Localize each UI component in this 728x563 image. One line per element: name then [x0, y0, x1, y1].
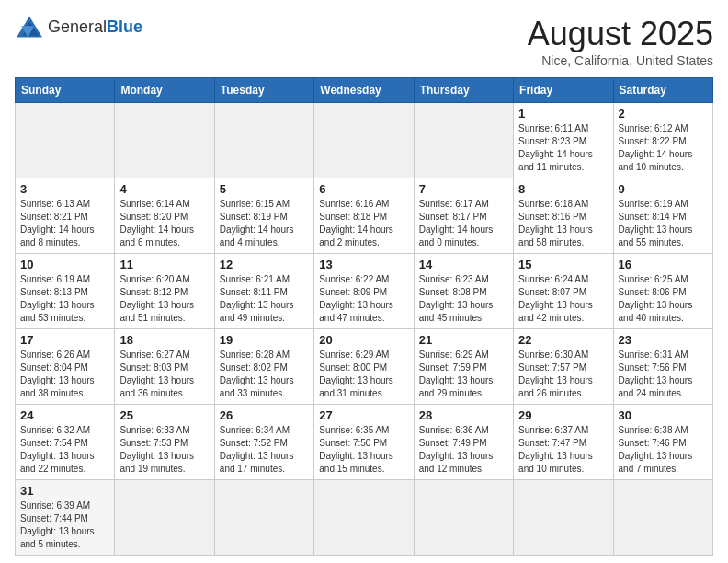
day-info: Sunrise: 6:30 AM Sunset: 7:57 PM Dayligh… [518, 349, 608, 400]
day-number: 8 [518, 182, 608, 196]
day-number: 30 [619, 408, 708, 422]
day-header-sunday: Sunday [16, 78, 115, 103]
day-header-thursday: Thursday [414, 78, 513, 103]
day-number: 5 [220, 182, 309, 196]
calendar-cell [115, 480, 214, 556]
day-info: Sunrise: 6:18 AM Sunset: 8:16 PM Dayligh… [518, 198, 608, 249]
day-number: 6 [319, 182, 408, 196]
calendar-cell [314, 480, 414, 556]
day-info: Sunrise: 6:29 AM Sunset: 7:59 PM Dayligh… [419, 349, 508, 400]
calendar-cell: 13Sunrise: 6:22 AM Sunset: 8:09 PM Dayli… [314, 254, 414, 329]
day-info: Sunrise: 6:14 AM Sunset: 8:20 PM Dayligh… [119, 198, 209, 249]
calendar-cell: 27Sunrise: 6:35 AM Sunset: 7:50 PM Dayli… [314, 405, 414, 480]
calendar-cell [414, 103, 513, 178]
day-info: Sunrise: 6:19 AM Sunset: 8:14 PM Dayligh… [619, 198, 708, 249]
day-info: Sunrise: 6:27 AM Sunset: 8:03 PM Dayligh… [119, 349, 209, 400]
week-row-2: 3Sunrise: 6:13 AM Sunset: 8:21 PM Daylig… [16, 178, 713, 254]
day-info: Sunrise: 6:17 AM Sunset: 8:17 PM Dayligh… [419, 198, 508, 249]
logo-text: GeneralBlue [48, 18, 142, 37]
day-info: Sunrise: 6:25 AM Sunset: 8:06 PM Dayligh… [619, 273, 708, 325]
day-number: 15 [518, 258, 608, 271]
day-info: Sunrise: 6:12 AM Sunset: 8:22 PM Dayligh… [619, 122, 708, 174]
week-row-4: 17Sunrise: 6:26 AM Sunset: 8:04 PM Dayli… [16, 329, 713, 405]
day-info: Sunrise: 6:24 AM Sunset: 8:07 PM Dayligh… [518, 273, 608, 325]
day-number: 22 [518, 333, 608, 347]
calendar-cell: 14Sunrise: 6:23 AM Sunset: 8:08 PM Dayli… [414, 254, 513, 329]
day-info: Sunrise: 6:22 AM Sunset: 8:09 PM Dayligh… [319, 273, 408, 325]
day-info: Sunrise: 6:29 AM Sunset: 8:00 PM Dayligh… [319, 349, 408, 400]
calendar-cell: 8Sunrise: 6:18 AM Sunset: 8:16 PM Daylig… [514, 178, 613, 254]
calendar-cell: 31Sunrise: 6:39 AM Sunset: 7:44 PM Dayli… [16, 480, 115, 556]
page-header: GeneralBlue August 2025 Nice, California… [15, 15, 713, 68]
calendar-cell [314, 103, 414, 178]
day-number: 23 [619, 333, 708, 347]
day-number: 7 [419, 182, 508, 196]
week-row-6: 31Sunrise: 6:39 AM Sunset: 7:44 PM Dayli… [16, 480, 713, 556]
calendar-cell [613, 480, 712, 556]
day-number: 9 [619, 182, 708, 196]
day-info: Sunrise: 6:21 AM Sunset: 8:11 PM Dayligh… [220, 273, 309, 325]
day-header-wednesday: Wednesday [314, 78, 414, 103]
calendar-cell [514, 480, 613, 556]
day-info: Sunrise: 6:20 AM Sunset: 8:12 PM Dayligh… [119, 273, 209, 325]
day-number: 24 [20, 408, 109, 422]
day-number: 18 [119, 333, 209, 347]
week-row-3: 10Sunrise: 6:19 AM Sunset: 8:13 PM Dayli… [16, 254, 713, 329]
calendar-cell: 16Sunrise: 6:25 AM Sunset: 8:06 PM Dayli… [613, 254, 712, 329]
generalblue-logo-icon [15, 15, 44, 40]
calendar-cell: 20Sunrise: 6:29 AM Sunset: 8:00 PM Dayli… [314, 329, 414, 405]
day-number: 29 [518, 408, 608, 422]
calendar-cell: 24Sunrise: 6:32 AM Sunset: 7:54 PM Dayli… [16, 405, 115, 480]
day-info: Sunrise: 6:13 AM Sunset: 8:21 PM Dayligh… [20, 198, 109, 249]
day-info: Sunrise: 6:11 AM Sunset: 8:23 PM Dayligh… [518, 122, 608, 174]
day-number: 1 [518, 107, 608, 121]
day-number: 10 [20, 258, 109, 271]
day-number: 31 [20, 484, 109, 498]
calendar-cell [414, 480, 513, 556]
day-number: 27 [319, 408, 408, 422]
day-info: Sunrise: 6:36 AM Sunset: 7:49 PM Dayligh… [419, 424, 508, 476]
calendar-cell: 4Sunrise: 6:14 AM Sunset: 8:20 PM Daylig… [115, 178, 214, 254]
calendar-cell: 9Sunrise: 6:19 AM Sunset: 8:14 PM Daylig… [613, 178, 712, 254]
calendar-cell: 23Sunrise: 6:31 AM Sunset: 7:56 PM Dayli… [613, 329, 712, 405]
calendar-cell: 10Sunrise: 6:19 AM Sunset: 8:13 PM Dayli… [16, 254, 115, 329]
day-number: 12 [220, 258, 309, 271]
calendar-cell [214, 103, 313, 178]
day-info: Sunrise: 6:32 AM Sunset: 7:54 PM Dayligh… [20, 424, 109, 476]
day-number: 11 [119, 258, 209, 271]
calendar-cell: 11Sunrise: 6:20 AM Sunset: 8:12 PM Dayli… [115, 254, 214, 329]
day-info: Sunrise: 6:37 AM Sunset: 7:47 PM Dayligh… [518, 424, 608, 476]
calendar-cell: 25Sunrise: 6:33 AM Sunset: 7:53 PM Dayli… [115, 405, 214, 480]
day-header-monday: Monday [115, 78, 214, 103]
day-number: 2 [619, 107, 708, 121]
day-info: Sunrise: 6:19 AM Sunset: 8:13 PM Dayligh… [20, 273, 109, 325]
calendar-cell: 3Sunrise: 6:13 AM Sunset: 8:21 PM Daylig… [16, 178, 115, 254]
calendar-cell: 5Sunrise: 6:15 AM Sunset: 8:19 PM Daylig… [214, 178, 313, 254]
calendar-cell: 6Sunrise: 6:16 AM Sunset: 8:18 PM Daylig… [314, 178, 414, 254]
day-info: Sunrise: 6:15 AM Sunset: 8:19 PM Dayligh… [220, 198, 309, 249]
day-info: Sunrise: 6:16 AM Sunset: 8:18 PM Dayligh… [319, 198, 408, 249]
calendar-cell: 22Sunrise: 6:30 AM Sunset: 7:57 PM Dayli… [514, 329, 613, 405]
calendar-cell: 17Sunrise: 6:26 AM Sunset: 8:04 PM Dayli… [16, 329, 115, 405]
day-number: 14 [419, 258, 508, 271]
day-info: Sunrise: 6:26 AM Sunset: 8:04 PM Dayligh… [20, 349, 109, 400]
calendar-subtitle: Nice, California, United States [528, 53, 713, 68]
day-info: Sunrise: 6:34 AM Sunset: 7:52 PM Dayligh… [220, 424, 309, 476]
day-number: 19 [220, 333, 309, 347]
calendar-cell: 30Sunrise: 6:38 AM Sunset: 7:46 PM Dayli… [613, 405, 712, 480]
calendar-cell: 21Sunrise: 6:29 AM Sunset: 7:59 PM Dayli… [414, 329, 513, 405]
calendar-cell [115, 103, 214, 178]
calendar-cell: 28Sunrise: 6:36 AM Sunset: 7:49 PM Dayli… [414, 405, 513, 480]
calendar-cell: 15Sunrise: 6:24 AM Sunset: 8:07 PM Dayli… [514, 254, 613, 329]
day-info: Sunrise: 6:23 AM Sunset: 8:08 PM Dayligh… [419, 273, 508, 325]
day-number: 25 [119, 408, 209, 422]
calendar-cell [16, 103, 115, 178]
day-header-friday: Friday [514, 78, 613, 103]
week-row-5: 24Sunrise: 6:32 AM Sunset: 7:54 PM Dayli… [16, 405, 713, 480]
calendar-cell: 1Sunrise: 6:11 AM Sunset: 8:23 PM Daylig… [514, 103, 613, 178]
day-info: Sunrise: 6:39 AM Sunset: 7:44 PM Dayligh… [20, 500, 109, 551]
day-info: Sunrise: 6:31 AM Sunset: 7:56 PM Dayligh… [619, 349, 708, 400]
day-number: 16 [619, 258, 708, 271]
week-row-1: 1Sunrise: 6:11 AM Sunset: 8:23 PM Daylig… [16, 103, 713, 178]
day-number: 21 [419, 333, 508, 347]
